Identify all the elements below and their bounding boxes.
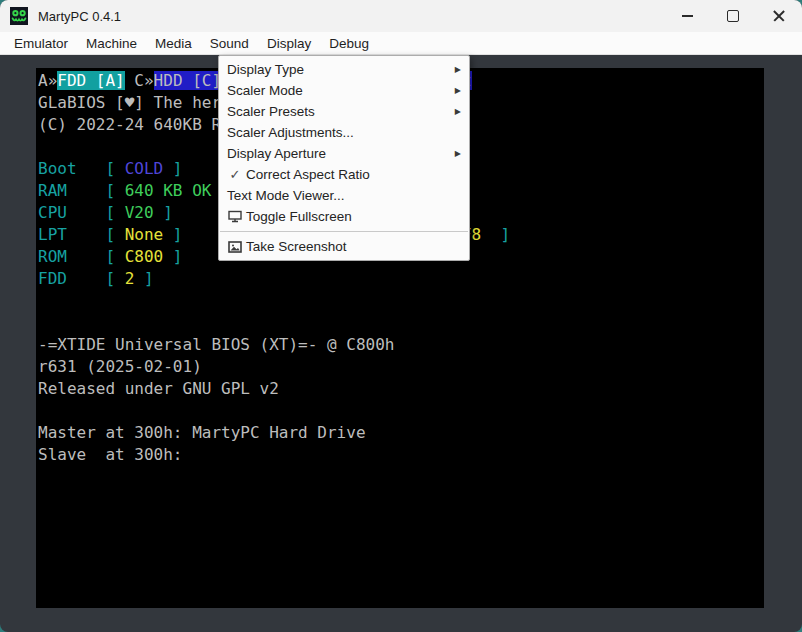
maximize-icon — [727, 10, 739, 22]
screen-text-line: (C) 2022-24 640KB Re — [38, 114, 231, 136]
menu-item-toggle-fullscreen[interactable]: Toggle Fullscreen — [219, 206, 469, 227]
display-dropdown-menu: Display Type ▶ Scaler Mode ▶ Scaler Pres… — [218, 55, 470, 261]
menu-emulator[interactable]: Emulator — [5, 34, 77, 53]
screen-text-line: Master at 300h: MartyPC Hard Drive — [38, 422, 366, 444]
submenu-arrow-icon: ▶ — [455, 107, 461, 116]
menu-item-display-aperture[interactable]: Display Aperture ▶ — [219, 143, 469, 164]
window-title: MartyPC 0.4.1 — [38, 9, 121, 24]
menu-item-scaler-mode[interactable]: Scaler Mode ▶ — [219, 80, 469, 101]
submenu-arrow-icon: ▶ — [455, 149, 461, 158]
screen-text-line: GLaBIOS [♥] The herd — [38, 92, 231, 114]
screen-text-line: Released under GNU GPL v2 — [38, 378, 279, 400]
titlebar: MartyPC 0.4.1 — [0, 0, 802, 32]
minimize-button[interactable] — [664, 0, 710, 32]
close-button[interactable] — [756, 0, 802, 32]
submenu-arrow-icon: ▶ — [455, 86, 461, 95]
screen-text-line: RAM [ 640 KB OK ] — [38, 180, 231, 202]
menu-item-display-type[interactable]: Display Type ▶ — [219, 59, 469, 80]
menu-item-text-mode-viewer[interactable]: Text Mode Viewer... — [219, 185, 469, 206]
window-controls — [664, 0, 802, 32]
screen-text-line: CPU [ V20 ] — [38, 202, 173, 224]
minimize-icon — [682, 15, 693, 17]
monitor-icon — [227, 210, 243, 223]
close-icon — [773, 10, 785, 22]
menu-item-scaler-presets[interactable]: Scaler Presets ▶ — [219, 101, 469, 122]
screen-text-line: Slave at 300h: — [38, 444, 183, 466]
submenu-arrow-icon: ▶ — [455, 65, 461, 74]
maximize-button[interactable] — [710, 0, 756, 32]
menu-item-take-screenshot[interactable]: Take Screenshot — [219, 236, 469, 257]
menu-media[interactable]: Media — [146, 34, 201, 53]
menu-separator — [220, 231, 468, 232]
menubar: Emulator Machine Media Sound Display Deb… — [0, 32, 802, 55]
screen-text-line: FDD [ 2 ] — [38, 268, 154, 290]
checkmark-icon: ✓ — [227, 167, 243, 182]
menu-sound[interactable]: Sound — [201, 34, 258, 53]
menu-item-correct-aspect-ratio[interactable]: ✓ Correct Aspect Ratio — [219, 164, 469, 185]
menu-item-scaler-adjustments[interactable]: Scaler Adjustments... — [219, 122, 469, 143]
screen-text-line: r631 (2025-02-01) — [38, 356, 202, 378]
app-window: MartyPC 0.4.1 Emulator Machine Media Sou… — [0, 0, 802, 632]
screen-text-line: ROM [ C800 ] — [38, 246, 183, 268]
martypc-logo-icon — [10, 7, 28, 25]
screen-text-line: Boot [ COLD ] — [38, 158, 183, 180]
menu-debug[interactable]: Debug — [320, 34, 378, 53]
image-icon — [227, 241, 243, 253]
menu-display[interactable]: Display — [258, 34, 320, 53]
menu-machine[interactable]: Machine — [77, 34, 146, 53]
screen-text-line: -=XTIDE Universal BIOS (XT)=- @ C800h — [38, 334, 394, 356]
